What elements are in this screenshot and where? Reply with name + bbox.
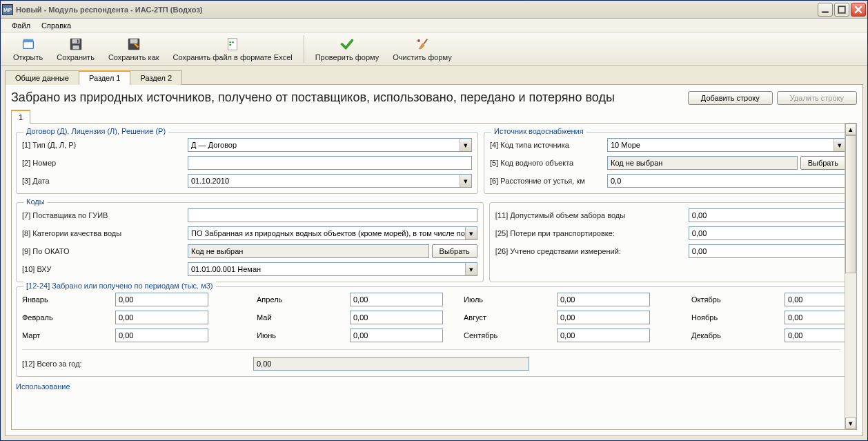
chevron-down-icon: ▾ xyxy=(460,139,471,151)
svg-rect-7 xyxy=(72,39,79,43)
total-label: [12] Всего за год: xyxy=(22,360,253,368)
meas-label: [26] Учтено средствами измерений: xyxy=(495,247,689,255)
okato-input xyxy=(188,244,429,258)
month-sep-input[interactable] xyxy=(557,329,650,342)
month-jun-label: Июнь xyxy=(257,331,350,340)
supplier-input[interactable] xyxy=(188,208,477,222)
vol-label: [11] Допустимый объем забора воды xyxy=(495,211,689,219)
month-jun-input[interactable] xyxy=(350,329,443,342)
scroll-down-button[interactable]: ▾ xyxy=(845,418,856,429)
tab-general[interactable]: Общие данные xyxy=(5,70,79,85)
month-mar-input[interactable] xyxy=(115,329,208,342)
menu-file[interactable]: Файл xyxy=(6,20,36,31)
month-jul-label: Июль xyxy=(464,295,557,304)
chevron-down-icon: ▾ xyxy=(834,139,845,151)
toolbar-separator xyxy=(304,35,304,63)
month-may-input[interactable] xyxy=(350,311,443,324)
month-apr-input[interactable] xyxy=(350,293,443,306)
date-select[interactable]: 01.10.2010 ▾ xyxy=(188,174,472,188)
broom-icon xyxy=(415,37,430,52)
open-icon xyxy=(21,37,36,52)
maximize-button[interactable] xyxy=(834,3,849,17)
month-aug-input[interactable] xyxy=(557,311,650,324)
group-codes-legend: Коды xyxy=(23,197,48,206)
toolbar: Открыть Сохранить Сохранить как Сохранит… xyxy=(1,32,867,66)
month-feb-label: Февраль xyxy=(22,313,115,322)
loss-label: [25] Потери при транспортировке: xyxy=(495,229,689,237)
month-jan-input[interactable] xyxy=(115,293,208,306)
group-contract-legend: Договор (Д), Лицензия (Л), Решение (Р) xyxy=(23,127,168,135)
loss-input[interactable] xyxy=(689,226,846,240)
window-title: Новый - Модуль респондента - ИАС-2ТП (Во… xyxy=(16,6,818,14)
excel-icon xyxy=(225,37,240,52)
src-type-select[interactable]: 10 Море ▾ xyxy=(607,138,846,152)
okato-select-button[interactable]: Выбрать xyxy=(432,244,477,258)
menu-help[interactable]: Справка xyxy=(36,20,77,31)
src-type-label: [4] Код типа источника xyxy=(490,141,607,149)
group-source-legend: Источник водоснабжения xyxy=(491,127,586,135)
minimize-button[interactable] xyxy=(818,3,833,17)
close-button[interactable] xyxy=(851,3,866,17)
form-body: Договор (Д), Лицензия (Л), Решение (Р) [… xyxy=(11,124,857,430)
scroll-thumb[interactable] xyxy=(845,135,856,273)
obj-code-input xyxy=(607,156,798,170)
scroll-up-button[interactable]: ▴ xyxy=(845,124,856,135)
group-codes: Коды [7] Поставщика по ГУИВ [8] Категори… xyxy=(16,202,484,282)
vertical-scrollbar[interactable]: ▴ ▾ xyxy=(845,124,856,429)
obj-code-label: [5] Код водного объекта xyxy=(490,159,607,167)
obj-code-select-button[interactable]: Выбрать xyxy=(800,156,846,170)
type-select[interactable]: Д — Договор ▾ xyxy=(188,138,472,152)
vhu-select[interactable]: 01.01.00.001 Неман ▾ xyxy=(188,262,477,276)
vol-input[interactable] xyxy=(689,208,846,222)
month-may-label: Май xyxy=(257,313,350,322)
dist-input[interactable] xyxy=(607,174,846,188)
app-window: MP Новый - Модуль респондента - ИАС-2ТП … xyxy=(0,0,868,441)
dist-label: [6] Расстояние от устья, км xyxy=(490,177,607,185)
clear-form-button[interactable]: Очистить форму xyxy=(386,35,458,63)
month-feb-input[interactable] xyxy=(115,311,208,324)
delete-row-button[interactable]: Удалить строку xyxy=(777,91,857,105)
svg-rect-14 xyxy=(232,41,234,43)
supplier-label: [7] Поставщика по ГУИВ xyxy=(22,211,188,219)
svg-rect-9 xyxy=(77,39,78,43)
group-periods-legend: [12-24] Забрано или получено по периодам… xyxy=(23,282,216,290)
tab-section2[interactable]: Раздел 2 xyxy=(130,70,182,85)
vhu-label: [10] ВХУ xyxy=(22,265,188,273)
meas-input[interactable] xyxy=(689,244,846,258)
number-label: [2] Номер xyxy=(22,159,188,167)
date-label: [3] Дата xyxy=(22,177,188,185)
quality-select[interactable]: ПО Забранная из природных водных объекто… xyxy=(188,226,477,240)
svg-rect-11 xyxy=(130,39,137,43)
month-aug-label: Август xyxy=(464,313,557,322)
inner-tab-1[interactable]: 1 xyxy=(11,110,30,124)
app-icon: MP xyxy=(2,4,13,15)
number-input[interactable] xyxy=(188,156,472,170)
okato-label: [9] По ОКАТО xyxy=(22,247,188,255)
section-title: Забрано из природных источников, получен… xyxy=(11,90,684,105)
check-icon xyxy=(339,37,355,52)
type-label: [1] Тип (Д, Л, Р) xyxy=(22,141,188,149)
months-grid: Январь Апрель Июль Октябрь Февраль Май xyxy=(22,293,840,342)
month-oct-label: Октябрь xyxy=(691,295,785,304)
svg-rect-8 xyxy=(72,45,79,49)
titlebar: MP Новый - Модуль респондента - ИАС-2ТП … xyxy=(1,1,867,19)
month-apr-label: Апрель xyxy=(257,295,350,304)
group-periods: [12-24] Забрано или получено по периодам… xyxy=(16,286,847,377)
month-mar-label: Март xyxy=(22,331,115,340)
content-panel: Забрано из природных источников, получен… xyxy=(5,85,863,436)
chevron-down-icon: ▾ xyxy=(465,227,477,239)
svg-rect-5 xyxy=(23,39,33,42)
group-source: Источник водоснабжения [4] Код типа исто… xyxy=(484,132,852,194)
save-as-button[interactable]: Сохранить как xyxy=(101,35,166,63)
month-dec-label: Декабрь xyxy=(691,331,785,340)
month-jul-input[interactable] xyxy=(557,293,650,306)
check-form-button[interactable]: Проверить форму xyxy=(308,35,386,63)
save-button[interactable]: Сохранить xyxy=(50,35,101,63)
group-limits: [11] Допустимый объем забора воды [25] П… xyxy=(489,202,852,282)
tab-section1[interactable]: Раздел 1 xyxy=(79,70,131,85)
save-excel-button[interactable]: Сохранить файл в формате Excel xyxy=(166,35,299,63)
open-button[interactable]: Открыть xyxy=(6,35,50,63)
quality-label: [8] Категории качества воды xyxy=(22,229,188,237)
add-row-button[interactable]: Добавить строку xyxy=(688,91,773,105)
month-jan-label: Январь xyxy=(22,295,115,304)
